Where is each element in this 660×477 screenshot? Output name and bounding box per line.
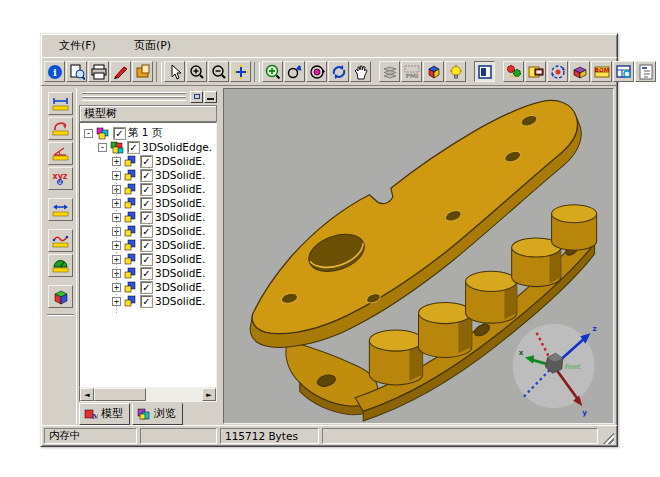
resize-grip[interactable] [601, 431, 614, 444]
dim-angle-button[interactable] [48, 142, 73, 165]
spin-button[interactable] [547, 61, 568, 82]
zoom-out-button[interactable] [208, 61, 229, 82]
tab-browse[interactable]: 浏览 [132, 403, 183, 425]
tree-view-button[interactable] [635, 61, 656, 82]
checkbox-checked[interactable]: ✓ [141, 254, 152, 265]
checkbox-checked[interactable]: ✓ [141, 226, 152, 237]
snapshot-button[interactable] [525, 61, 546, 82]
bom-button[interactable]: BOM [591, 61, 612, 82]
tree-row-part[interactable]: + ✓ 3DSolidE. [82, 252, 216, 266]
refresh-button[interactable] [328, 61, 349, 82]
checkbox-checked[interactable]: ✓ [141, 184, 152, 195]
tree-label[interactable]: 第 1 页 [128, 126, 162, 140]
checkbox-checked[interactable]: ✓ [128, 142, 139, 153]
zoom-out-icon [211, 64, 227, 80]
table-view-button[interactable] [613, 61, 634, 82]
tree-label[interactable]: 3DSolidE. [155, 253, 205, 265]
tree-row-part[interactable]: + ✓ 3DSolidE. [82, 224, 216, 238]
checkbox-checked[interactable]: ✓ [141, 240, 152, 251]
dynamic-zoom-button[interactable] [284, 61, 305, 82]
tree-row-part[interactable]: + ✓ 3DSolidE. [82, 266, 216, 280]
panel-hide-button[interactable] [204, 91, 217, 103]
panel-grip[interactable] [82, 92, 186, 101]
collapse-icon[interactable]: - [98, 143, 107, 152]
part-node-icon [124, 211, 138, 223]
dim-linear-button[interactable] [48, 92, 73, 115]
tree-row-part[interactable]: + ✓ 3DSolidE. [82, 210, 216, 224]
dim-distance-button[interactable] [48, 198, 73, 221]
checkbox-checked[interactable]: ✓ [141, 156, 152, 167]
light-button[interactable] [445, 61, 466, 82]
model-tab-icon: M [84, 408, 98, 420]
tree-row-page[interactable]: - ✓ 第 1 页 [82, 126, 216, 140]
menu-page[interactable]: 页面(P) [130, 36, 175, 55]
print-preview-button[interactable] [66, 61, 87, 82]
tree-row-part[interactable]: + ✓ 3DSolidE. [82, 182, 216, 196]
zoom-window-button[interactable] [262, 61, 283, 82]
panel-header[interactable] [79, 89, 217, 104]
layers-button[interactable] [379, 61, 400, 82]
tree-label[interactable]: 3DSolidE. [155, 183, 205, 195]
checkbox-checked[interactable]: ✓ [141, 170, 152, 181]
animation-button[interactable] [503, 61, 524, 82]
scroll-thumb[interactable] [94, 388, 146, 401]
viewport-3d[interactable]: z y x Front [223, 88, 614, 424]
views-button[interactable] [423, 61, 444, 82]
panel-float-button[interactable] [190, 91, 203, 103]
tree-label[interactable]: 3DSolidE. [155, 239, 205, 251]
tree-label[interactable]: 3DSolidE. [155, 267, 205, 279]
tree-label[interactable]: 3DSolidE. [155, 197, 205, 209]
tree-label[interactable]: 3DSolidE. [155, 225, 205, 237]
dim-radius-button[interactable] [48, 117, 73, 140]
tree-row-part[interactable]: + ✓ 3DSolidE. [82, 280, 216, 294]
tree-label[interactable]: 3DSolidE. [155, 281, 205, 293]
pan-button[interactable] [350, 61, 371, 82]
tree-label[interactable]: 3DSolidE. [155, 295, 205, 307]
zoom-in-button[interactable] [186, 61, 207, 82]
area-gauge-button[interactable] [48, 254, 73, 277]
status-panel-4 [322, 428, 598, 444]
curve-length-button[interactable] [48, 229, 73, 252]
measure-toolbar: xyz [44, 88, 77, 424]
part-node-icon [124, 295, 138, 307]
tree-label[interactable]: 3DSolidE. [155, 211, 205, 223]
checkbox-checked[interactable]: ✓ [141, 268, 152, 279]
tree-row-part[interactable]: + ✓ 3DSolidE. [82, 238, 216, 252]
markup-button[interactable] [110, 61, 131, 82]
tree-label[interactable]: 3DSolidEdge. [142, 141, 212, 153]
tree-row-part[interactable]: + ✓ 3DSolidE. [82, 294, 216, 308]
svg-text:i: i [53, 67, 57, 78]
print-button[interactable] [88, 61, 109, 82]
tree-row-part[interactable]: + ✓ 3DSolidE. [82, 196, 216, 210]
cad-model-canvas[interactable]: z y x Front [224, 89, 613, 423]
tree-hscrollbar[interactable]: ◄ ► [79, 388, 217, 402]
tree-label[interactable]: 3DSolidE. [155, 155, 205, 167]
tree-row-part[interactable]: + ✓ 3DSolidE. [82, 154, 216, 168]
coord-xyz-button[interactable]: xyz [48, 167, 73, 190]
solid-box-button[interactable] [569, 61, 590, 82]
checkbox-checked[interactable]: ✓ [141, 198, 152, 209]
export-button[interactable] [132, 61, 153, 82]
checkbox-checked[interactable]: ✓ [141, 296, 152, 307]
checkbox-checked[interactable]: ✓ [141, 212, 152, 223]
checkbox-checked[interactable]: ✓ [114, 128, 125, 139]
tab-model[interactable]: M 模型 [79, 403, 130, 425]
info-button[interactable]: i [44, 61, 65, 82]
collapse-icon[interactable]: - [84, 129, 93, 138]
scroll-right-button[interactable]: ► [202, 388, 216, 401]
part-node-icon [124, 239, 138, 251]
panel-toggle-button[interactable] [474, 61, 495, 82]
move-button[interactable] [230, 61, 251, 82]
select-button[interactable] [164, 61, 185, 82]
rotate-button[interactable] [306, 61, 327, 82]
tree-row-part[interactable]: + ✓ 3DSolidE. [82, 168, 216, 182]
tree-label[interactable]: 3DSolidE. [155, 169, 205, 181]
pmi-button[interactable]: PMI [401, 61, 422, 82]
volume-box-button[interactable] [48, 285, 73, 308]
trackball-indicator[interactable]: z y x Front [513, 324, 597, 417]
scroll-left-button[interactable]: ◄ [80, 388, 94, 401]
tree-row-assembly[interactable]: - ✓ 3DSolidEdge. [82, 140, 216, 154]
menu-file[interactable]: 文件(F) [55, 36, 100, 55]
checkbox-checked[interactable]: ✓ [141, 282, 152, 293]
scroll-track[interactable] [146, 388, 202, 401]
